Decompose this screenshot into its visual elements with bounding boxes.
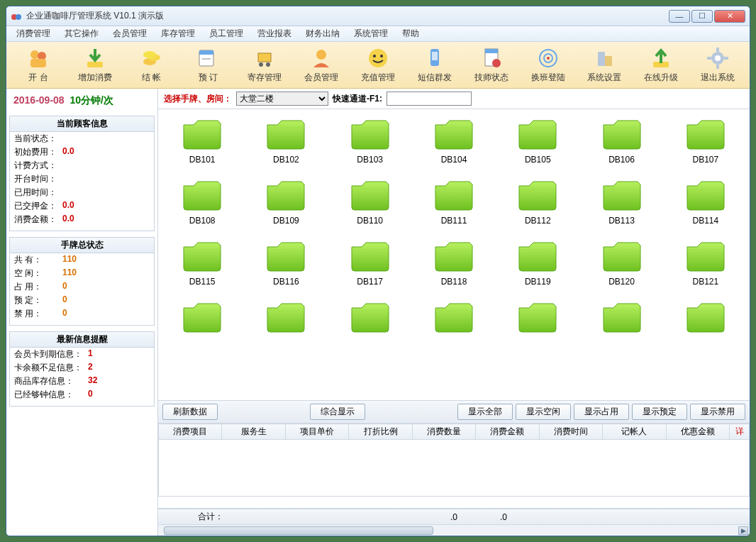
menu-item[interactable]: 财务出纳	[299, 26, 347, 41]
title-bar[interactable]: 企业通咖啡厅管理系统 V10.1 演示版 — ☐ ✕	[6, 6, 750, 26]
window-title: 企业通咖啡厅管理系统 V10.1 演示版	[26, 10, 164, 22]
svg-point-16	[369, 49, 387, 67]
room-folder[interactable]: DB117	[332, 236, 408, 289]
folder-grid[interactable]: DB101DB102DB103DB104DB105DB106DB107DB108…	[158, 109, 750, 400]
action-button[interactable]: 显示禁用	[690, 404, 745, 420]
menu-item[interactable]: 消费管理	[9, 26, 57, 41]
info-row: 当前状态：	[10, 132, 154, 145]
toolbar-button[interactable]: 预 订	[182, 45, 235, 85]
toolbar-button[interactable]: 增加消费	[69, 45, 121, 85]
menu-item[interactable]: 会员管理	[106, 26, 154, 41]
room-folder[interactable]	[667, 297, 744, 341]
room-folder[interactable]: DB121	[667, 236, 744, 289]
action-button[interactable]: 显示预定	[632, 404, 687, 420]
column-header[interactable]: 项目单价	[285, 424, 348, 440]
toolbar-button[interactable]: 充值管理	[352, 45, 404, 85]
scroll-thumb[interactable]	[164, 526, 433, 535]
maximize-button[interactable]: ☐	[691, 10, 713, 23]
room-folder[interactable]: DB104	[416, 114, 492, 167]
row-key: 会员卡到期信息：	[14, 348, 88, 360]
room-folder[interactable]: DB109	[248, 175, 324, 228]
menu-item[interactable]: 其它操作	[57, 26, 106, 41]
room-folder[interactable]: DB103	[332, 114, 408, 167]
toolbar-label: 换班登陆	[531, 72, 565, 84]
folder-label: DB113	[608, 216, 635, 226]
detail-table-wrap[interactable]: 消费项目服务生项目单价打折比例消费数量消费金额消费时间记帐人优惠金额详	[158, 424, 750, 509]
toolbar-button[interactable]: 会员管理	[295, 45, 348, 85]
minimize-button[interactable]: —	[669, 10, 690, 23]
toolbar-button[interactable]: 技师状态	[465, 45, 518, 85]
row-value: 1	[88, 348, 93, 360]
row-key: 已经够钟信息：	[14, 389, 88, 401]
row-key: 当前状态：	[14, 133, 62, 145]
close-button[interactable]: ✕	[714, 10, 745, 23]
toolbar-button[interactable]: 寄存管理	[238, 45, 291, 85]
room-select[interactable]: 大堂二楼	[236, 92, 328, 106]
column-header[interactable]: 优惠金额	[666, 424, 730, 440]
menu-item[interactable]: 帮助	[395, 26, 426, 41]
row-value: 0.0	[62, 214, 74, 226]
column-header[interactable]: 详	[730, 424, 750, 440]
toolbar-button[interactable]: 换班登陆	[522, 45, 574, 85]
toolbar-label: 系统设置	[587, 72, 621, 84]
room-folder[interactable]: DB114	[667, 175, 744, 228]
fast-input[interactable]	[387, 92, 472, 106]
column-header[interactable]: 消费金额	[476, 424, 539, 440]
room-folder[interactable]: DB110	[332, 175, 408, 228]
menu-item[interactable]: 系统管理	[347, 26, 395, 41]
room-folder[interactable]	[416, 297, 492, 341]
room-folder[interactable]: DB113	[583, 175, 660, 228]
room-folder[interactable]: DB120	[583, 236, 660, 289]
svg-point-1	[16, 14, 21, 20]
horizontal-scrollbar[interactable]: ▶	[158, 524, 750, 536]
room-folder[interactable]	[248, 297, 324, 341]
column-header[interactable]: 消费项目	[159, 424, 222, 440]
action-button[interactable]: 显示占用	[574, 404, 629, 420]
toolbar-button[interactable]: 开 台	[12, 45, 65, 85]
panel-title: 最新信息提醒	[10, 332, 154, 348]
action-button[interactable]: 综合显示	[310, 404, 365, 420]
room-folder[interactable]	[583, 297, 660, 341]
column-header[interactable]: 消费数量	[412, 424, 475, 440]
toolbar-button[interactable]: 结 帐	[126, 45, 178, 85]
menu-item[interactable]: 库存管理	[154, 26, 202, 41]
room-folder[interactable]: DB106	[583, 114, 660, 167]
info-row: 卡余额不足信息：2	[10, 361, 154, 375]
action-button[interactable]: 显示全部	[457, 404, 513, 420]
room-folder[interactable]: DB111	[416, 175, 492, 228]
toolbar-button[interactable]: 短信群发	[408, 45, 461, 85]
column-header[interactable]: 打折比例	[349, 424, 412, 440]
room-folder[interactable]: DB101	[164, 114, 240, 167]
folder-icon	[601, 238, 643, 274]
toolbar-button[interactable]: 退出系统	[691, 45, 744, 85]
room-folder[interactable]: DB119	[499, 236, 576, 289]
action-button[interactable]: 刷新数据	[162, 404, 218, 420]
info-row: 共 有：110	[10, 253, 154, 267]
toolbar-button[interactable]: 在线升级	[635, 45, 687, 85]
room-folder[interactable]: DB102	[248, 114, 324, 167]
toolbar-button[interactable]: 系统设置	[578, 45, 630, 85]
room-folder[interactable]	[499, 297, 576, 341]
room-folder[interactable]	[164, 297, 240, 341]
svg-rect-27	[598, 52, 605, 66]
room-folder[interactable]: DB107	[667, 114, 744, 167]
room-folder[interactable]: DB116	[248, 236, 324, 289]
room-folder[interactable]: DB118	[416, 236, 492, 289]
folder-icon	[181, 116, 223, 152]
row-key: 已交押金：	[14, 200, 62, 212]
column-header[interactable]: 记帐人	[603, 424, 666, 440]
menu-item[interactable]: 员工管理	[202, 26, 250, 41]
room-folder[interactable]	[332, 297, 408, 341]
action-button[interactable]: 显示空闲	[516, 404, 571, 420]
column-header[interactable]: 消费时间	[539, 424, 602, 440]
room-folder[interactable]: DB112	[499, 175, 576, 228]
row-value: 2	[88, 362, 93, 374]
room-folder[interactable]: DB115	[164, 236, 240, 289]
room-folder[interactable]: DB105	[499, 114, 576, 167]
room-folder[interactable]: DB108	[164, 175, 240, 228]
column-header[interactable]: 服务生	[222, 424, 285, 440]
menu-item[interactable]: 营业报表	[250, 26, 299, 41]
scroll-right-arrow[interactable]: ▶	[738, 526, 748, 535]
svg-rect-28	[605, 56, 612, 66]
action-bar: 刷新数据综合显示显示全部显示空闲显示占用显示预定显示禁用	[158, 400, 750, 424]
